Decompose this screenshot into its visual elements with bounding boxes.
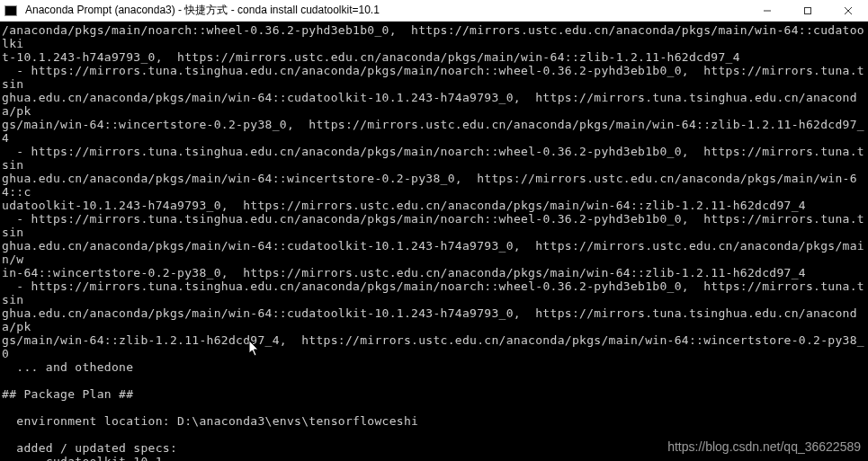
terminal-output[interactable]: /anaconda/pkgs/main/noarch::wheel-0.36.2…: [0, 22, 868, 461]
minimize-button[interactable]: [747, 0, 787, 22]
window-title-bar: Anaconda Prompt (anaconda3) - 快捷方式 - con…: [0, 0, 868, 22]
app-icon-container: [0, 5, 22, 16]
terminal-icon: [4, 5, 17, 16]
window-title: Anaconda Prompt (anaconda3) - 快捷方式 - con…: [22, 3, 747, 18]
close-button[interactable]: [828, 0, 868, 22]
maximize-button[interactable]: [787, 0, 828, 22]
svg-rect-1: [804, 7, 810, 13]
terminal-text: /anaconda/pkgs/main/noarch::wheel-0.36.2…: [2, 23, 864, 461]
window-controls: [747, 0, 868, 22]
